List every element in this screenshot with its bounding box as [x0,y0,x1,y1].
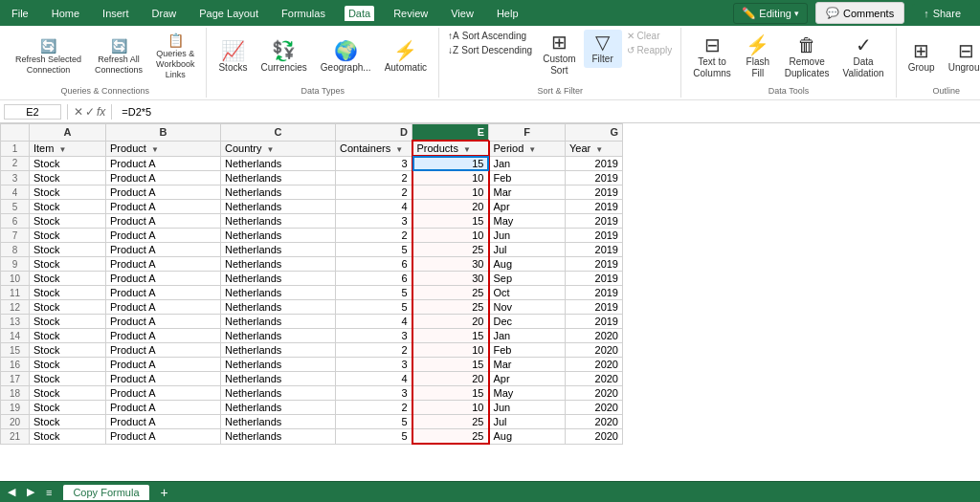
cell-r15-c4[interactable]: 2 [336,343,412,358]
cell-r18-c7[interactable]: 2020 [566,386,623,401]
cell-r7-c5[interactable]: 10 [412,229,489,243]
cell-r8-c7[interactable]: 2019 [566,243,623,257]
cell-r20-c1[interactable]: Stock [30,415,106,429]
cell-r2-c3[interactable]: Netherlands [221,156,336,171]
cell-r21-c4[interactable]: 5 [336,429,412,445]
menu-home[interactable]: Home [48,6,83,21]
col-header-g[interactable]: G [566,124,623,142]
menu-draw[interactable]: Draw [148,6,181,21]
geography-btn[interactable]: 🌍 Geograph... [315,38,377,76]
cell-r7-c7[interactable]: 2019 [566,229,623,243]
filter-btn[interactable]: ▽ Filter [584,30,622,68]
header-containers[interactable]: Containers ▼ [336,141,412,156]
cell-r18-c3[interactable]: Netherlands [221,386,336,401]
cell-r7-c1[interactable]: Stock [30,229,106,243]
cell-r3-c2[interactable]: Product A [106,171,221,186]
cell-r17-c1[interactable]: Stock [30,372,106,386]
header-country[interactable]: Country ▼ [221,141,336,156]
cell-r11-c4[interactable]: 5 [336,286,412,300]
menu-help[interactable]: Help [493,6,523,21]
cell-r13-c6[interactable]: Dec [489,315,566,329]
stocks-btn[interactable]: 📈 Stocks [212,38,253,76]
cell-r5-c3[interactable]: Netherlands [221,200,336,214]
custom-sort-btn[interactable]: ⊞ CustomSort [537,30,581,79]
refresh-selected-btn[interactable]: 🔄 Refresh SelectedConnection [10,36,87,78]
cell-r8-c6[interactable]: Jul [489,243,566,257]
cell-r3-c5[interactable]: 10 [412,171,489,186]
menu-page-layout[interactable]: Page Layout [195,6,262,21]
cell-r7-c3[interactable]: Netherlands [221,229,336,243]
cell-r17-c7[interactable]: 2020 [566,372,623,386]
confirm-formula-icon[interactable]: ✓ [85,105,95,119]
cell-r19-c5[interactable]: 10 [412,401,489,415]
cell-r13-c4[interactable]: 4 [336,315,412,329]
cell-r4-c2[interactable]: Product A [106,186,221,200]
cell-r6-c5[interactable]: 15 [412,214,489,229]
cell-r20-c5[interactable]: 25 [412,415,489,429]
cell-r14-c7[interactable]: 2020 [566,329,623,343]
cell-r15-c3[interactable]: Netherlands [221,343,336,358]
cell-r16-c4[interactable]: 3 [336,358,412,372]
cell-r5-c4[interactable]: 4 [336,200,412,214]
cell-r3-c6[interactable]: Feb [489,171,566,186]
cell-r6-c1[interactable]: Stock [30,214,106,229]
cell-r8-c3[interactable]: Netherlands [221,243,336,257]
automatic-btn[interactable]: ⚡ Automatic [379,38,433,76]
cell-r12-c4[interactable]: 5 [336,300,412,315]
cell-r10-c3[interactable]: Netherlands [221,272,336,286]
filter-arrow-g[interactable]: ▼ [595,145,603,154]
cell-r10-c4[interactable]: 6 [336,272,412,286]
cell-r7-c2[interactable]: Product A [106,229,221,243]
cell-r11-c3[interactable]: Netherlands [221,286,336,300]
cell-r5-c7[interactable]: 2019 [566,200,623,214]
clear-btn[interactable]: ✕ Clear [624,30,676,42]
cell-r17-c6[interactable]: Apr [489,372,566,386]
cell-r3-c1[interactable]: Stock [30,171,106,186]
cell-r18-c1[interactable]: Stock [30,386,106,401]
cell-r4-c4[interactable]: 2 [336,186,412,200]
cell-r11-c6[interactable]: Oct [489,286,566,300]
col-header-f[interactable]: F [489,124,566,142]
cell-r16-c5[interactable]: 15 [412,358,489,372]
header-products[interactable]: Products ▼ [412,141,489,156]
cell-r10-c6[interactable]: Sep [489,272,566,286]
reapply-btn[interactable]: ↺ Reapply [624,44,676,56]
filter-arrow-f[interactable]: ▼ [528,145,536,154]
menu-review[interactable]: Review [390,6,432,21]
cell-r9-c5[interactable]: 30 [412,257,489,272]
cell-r16-c7[interactable]: 2020 [566,358,623,372]
cell-r9-c4[interactable]: 6 [336,257,412,272]
cell-r2-c5[interactable]: 15 [412,156,489,171]
cell-r9-c2[interactable]: Product A [106,257,221,272]
cell-r9-c3[interactable]: Netherlands [221,257,336,272]
cell-r18-c4[interactable]: 3 [336,386,412,401]
cell-r20-c4[interactable]: 5 [336,415,412,429]
cell-r11-c1[interactable]: Stock [30,286,106,300]
menu-data[interactable]: Data [345,6,374,21]
cell-r13-c7[interactable]: 2019 [566,315,623,329]
cell-r14-c4[interactable]: 3 [336,329,412,343]
cell-r5-c1[interactable]: Stock [30,200,106,214]
header-product[interactable]: Product ▼ [106,141,221,156]
cell-r2-c1[interactable]: Stock [30,156,106,171]
refresh-all-btn[interactable]: 🔄 Refresh AllConnections [89,36,148,78]
cell-r19-c2[interactable]: Product A [106,401,221,415]
filter-arrow-e[interactable]: ▼ [463,145,471,154]
sort-descending-btn[interactable]: ↓Z Sort Descending [445,44,535,56]
insert-function-icon[interactable]: fx [97,105,105,119]
col-header-b[interactable]: B [106,124,221,142]
cell-r20-c7[interactable]: 2020 [566,415,623,429]
cell-r15-c5[interactable]: 10 [412,343,489,358]
remove-duplicates-btn[interactable]: 🗑 RemoveDuplicates [779,33,835,82]
data-validation-btn[interactable]: ✓ DataValidation [836,33,889,82]
group-btn[interactable]: ⊞ Group [902,38,941,76]
cell-r13-c1[interactable]: Stock [30,315,106,329]
cell-r6-c2[interactable]: Product A [106,214,221,229]
cell-r4-c5[interactable]: 10 [412,186,489,200]
cell-r12-c1[interactable]: Stock [30,300,106,315]
menu-insert[interactable]: Insert [99,6,133,21]
cell-r8-c2[interactable]: Product A [106,243,221,257]
cell-r21-c5[interactable]: 25 [412,429,489,445]
cell-r21-c6[interactable]: Aug [489,429,566,445]
cell-r2-c4[interactable]: 3 [336,156,412,171]
